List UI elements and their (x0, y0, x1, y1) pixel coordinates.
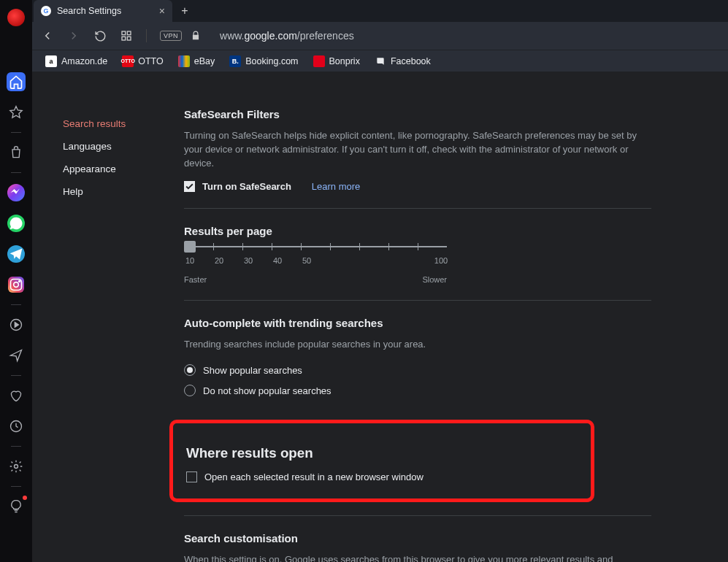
bookmark-booking[interactable]: B. Booking.com (229, 55, 298, 67)
bookmark-label: eBay (194, 56, 215, 66)
bookmark-bonprix[interactable]: Bonprix (313, 55, 360, 67)
where-open-checkbox[interactable] (186, 471, 197, 482)
rail-separator (11, 486, 21, 487)
rpp-slower-label: Slower (422, 275, 447, 284)
rail-separator (11, 132, 21, 133)
section-safesearch: SafeSearch Filters Turning on SafeSearch… (184, 108, 651, 209)
booking-icon: B. (229, 55, 241, 67)
shopping-icon[interactable] (7, 143, 26, 162)
rpp-heading: Results per page (184, 225, 651, 237)
back-icon[interactable] (41, 29, 54, 42)
rail-separator (11, 304, 21, 305)
home-icon[interactable] (7, 72, 26, 91)
autocomplete-radio-hide[interactable] (184, 385, 196, 396)
vpn-badge[interactable]: VPN (160, 31, 182, 41)
speed-dial-icon[interactable] (120, 29, 133, 42)
svg-rect-6 (122, 31, 126, 35)
page-content: Search results Languages Appearance Help… (32, 72, 728, 562)
settings-body: SafeSearch Filters Turning on SafeSearch… (184, 108, 651, 562)
svg-point-5 (15, 465, 18, 469)
bonprix-icon (313, 55, 325, 67)
section-where-results-open: Where results open Open each selected re… (169, 420, 594, 502)
sidebar-item-languages[interactable]: Languages (63, 135, 184, 158)
url-prefix: www. (220, 30, 244, 42)
rpp-slider[interactable] (184, 246, 447, 247)
bookmark-amazon[interactable]: a Amazon.de (45, 55, 107, 67)
sidebar-label: Help (63, 186, 83, 197)
nav-divider (146, 29, 147, 42)
ebay-icon (178, 55, 190, 67)
svg-rect-8 (122, 36, 126, 40)
svg-point-2 (19, 281, 20, 282)
sidebar-label: Languages (63, 141, 112, 152)
autocomplete-hide-label: Do not show popular searches (203, 385, 332, 396)
autocomplete-show-label: Show popular searches (203, 365, 302, 376)
bookmark-ebay[interactable]: eBay (178, 55, 215, 67)
bookmark-otto[interactable]: OTTO OTTO (122, 55, 164, 67)
settings-sidebar: Search results Languages Appearance Help (63, 108, 184, 562)
rail-separator (11, 375, 21, 376)
browser-tab[interactable]: G Search Settings × (34, 0, 172, 22)
url-path: /preferences (297, 30, 354, 42)
favorites-icon[interactable] (7, 103, 26, 122)
navigation-bar: VPN www.google.com/preferences (32, 22, 728, 50)
forward-icon[interactable] (67, 29, 80, 42)
section-search-customisation: Search customisation When this setting i… (184, 515, 651, 562)
history-icon[interactable] (7, 417, 26, 436)
rail-separator (11, 446, 21, 447)
instagram-icon[interactable] (7, 275, 26, 294)
address-bar[interactable]: www.google.com/preferences (220, 30, 354, 42)
section-results-per-page: Results per page 10 20 30 40 50 100 Fast… (184, 209, 651, 301)
autocomplete-desc: Trending searches include popular search… (184, 338, 651, 352)
rpp-tick: 100 (434, 256, 448, 265)
otto-icon: OTTO (122, 55, 134, 67)
amazon-icon: a (45, 55, 57, 67)
rpp-slider-thumb[interactable] (184, 241, 196, 253)
bookmark-label: Facebook (391, 56, 431, 66)
tab-strip: G Search Settings × + (32, 0, 728, 22)
tab-title: Search Settings (57, 6, 121, 16)
rpp-tick: 10 (185, 256, 194, 265)
sidebar-label: Search results (63, 118, 126, 129)
whatsapp-icon[interactable] (7, 214, 26, 233)
customisation-desc: When this setting is on, Google uses sea… (184, 553, 651, 562)
telegram-icon[interactable] (7, 245, 26, 263)
sidebar-item-search-results[interactable]: Search results (63, 112, 184, 135)
messenger-icon[interactable] (7, 183, 26, 202)
tips-icon[interactable] (7, 497, 26, 516)
sidebar-item-help[interactable]: Help (63, 180, 184, 203)
facebook-icon (375, 55, 386, 67)
bookmark-facebook[interactable]: Facebook (375, 55, 431, 67)
new-tab-button[interactable]: + (175, 1, 194, 20)
heart-icon[interactable] (7, 386, 26, 405)
customisation-desc-text: When this setting is on, Google uses sea… (184, 554, 613, 562)
rpp-tick: 20 (215, 256, 223, 265)
svg-rect-7 (127, 31, 131, 35)
rpp-tick: 40 (273, 256, 282, 265)
send-icon[interactable] (7, 346, 26, 365)
bookmarks-bar: a Amazon.de OTTO OTTO eBay B. Booking.co… (32, 50, 728, 72)
player-icon[interactable] (7, 315, 26, 334)
close-tab-icon[interactable]: × (159, 5, 165, 17)
rpp-tick: 50 (302, 256, 311, 265)
autocomplete-radio-show[interactable] (184, 364, 196, 376)
opera-sidebar (0, 0, 32, 562)
sidebar-item-appearance[interactable]: Appearance (63, 158, 184, 180)
rail-separator (11, 172, 21, 173)
lock-icon[interactable] (189, 29, 202, 42)
sidebar-label: Appearance (63, 163, 116, 174)
section-autocomplete: Auto-complete with trending searches Tre… (184, 301, 651, 403)
opera-logo-icon[interactable] (7, 8, 26, 27)
url-domain: google.com (244, 30, 296, 42)
google-favicon: G (41, 6, 51, 16)
customisation-heading: Search customisation (184, 532, 651, 544)
autocomplete-heading: Auto-complete with trending searches (184, 317, 651, 329)
bookmark-label: OTTO (138, 56, 164, 66)
where-open-heading: Where results open (186, 445, 578, 461)
safesearch-checkbox[interactable] (184, 181, 195, 192)
settings-icon[interactable] (7, 457, 26, 476)
svg-rect-9 (127, 36, 131, 40)
reload-icon[interactable] (93, 29, 107, 42)
svg-point-1 (14, 282, 19, 288)
safesearch-learn-more-link[interactable]: Learn more (312, 181, 360, 192)
